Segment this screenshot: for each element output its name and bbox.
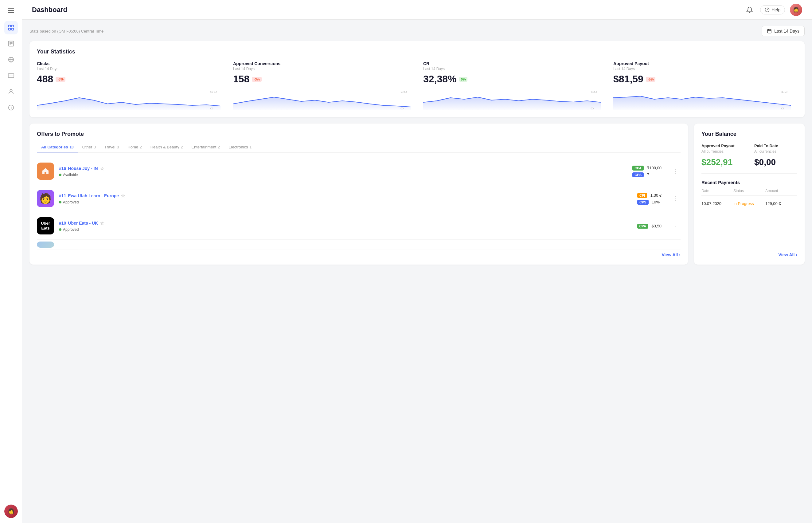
- star-ewa[interactable]: ☆: [121, 193, 125, 199]
- user-avatar[interactable]: 👩: [790, 4, 802, 16]
- sidebar-item-user[interactable]: [4, 85, 18, 98]
- stat-payout-value-row: $81,59 -5%: [613, 73, 791, 85]
- offer-logo-partial: [37, 241, 54, 248]
- bottom-row: Offers to Promote All Categories 10 Othe…: [30, 124, 805, 265]
- offer-status-ewa: Approved: [59, 200, 632, 204]
- sidebar-avatar[interactable]: 👩: [4, 505, 18, 518]
- tab-entertainment[interactable]: Entertainment 2: [187, 142, 224, 152]
- tag-cpa-uber: CPA $3,50: [637, 223, 662, 229]
- stat-clicks: Clicks Last 14 Days 488 -3% 60 0: [37, 61, 227, 110]
- offers-title: Offers to Promote: [37, 131, 681, 137]
- statistics-card: Your Statistics Clicks Last 14 Days 488 …: [30, 41, 805, 118]
- timezone-label: Stats based on (GMT-05:00) Central Time: [30, 29, 103, 34]
- star-uber[interactable]: ☆: [100, 220, 104, 226]
- offers-view-all-button[interactable]: View All ›: [662, 252, 681, 257]
- tag-cpi-ewa: CPI 1,30 €: [637, 192, 662, 198]
- hamburger-menu[interactable]: [5, 5, 17, 16]
- payments-col-status: Status: [733, 189, 765, 193]
- tab-home[interactable]: Home 2: [123, 142, 146, 152]
- stat-clicks-chart: 60 0: [37, 89, 221, 110]
- help-button[interactable]: Help: [760, 5, 785, 15]
- balance-approved-label: Approved Payout: [701, 144, 744, 148]
- svg-text:0: 0: [400, 107, 404, 110]
- offer-house-joy: #16 House Joy - IN ☆ Available CPA ₹100,…: [37, 158, 681, 185]
- chevron-right-icon-balance: ›: [796, 252, 797, 257]
- svg-text:0: 0: [210, 107, 214, 110]
- tab-health-beauty[interactable]: Health & Beauty 2: [146, 142, 187, 152]
- offer-info-house-joy: #16 House Joy - IN ☆ Available: [59, 166, 627, 177]
- balance-paid-label: Paid To Date: [754, 144, 797, 148]
- notifications-button[interactable]: [744, 4, 755, 15]
- balance-approved-payout: Approved Payout All currencies $252,91: [701, 144, 749, 167]
- stat-cr-label: CR: [423, 61, 601, 66]
- offers-card: Offers to Promote All Categories 10 Othe…: [30, 124, 688, 265]
- stats-grid: Clicks Last 14 Days 488 -3% 60 0: [37, 61, 797, 110]
- main-content: Dashboard Help 👩 Stats based on (GMT-05:…: [22, 0, 812, 523]
- stat-cr: CR Last 14 Days 32,38% 0% 60 0: [417, 61, 607, 110]
- chevron-right-icon: ›: [679, 252, 681, 257]
- stat-conversions-chart: 20 0: [233, 89, 411, 110]
- offer-menu-uber[interactable]: ⋮: [670, 221, 681, 231]
- stat-cr-period: Last 14 Days: [423, 67, 601, 71]
- balance-approved-sublabel: All currencies: [701, 149, 744, 154]
- balance-paid-sublabel: All currencies: [754, 149, 797, 154]
- balance-paid-value: $0,00: [754, 157, 797, 167]
- status-dot-uber: [59, 228, 61, 231]
- offer-tags-ewa: CPI 1,30 € CPS 10%: [637, 192, 662, 205]
- sidebar-item-content[interactable]: [4, 37, 18, 50]
- payment-row-1: 10.07.2020 In Progress 129,00 €: [701, 198, 797, 209]
- svg-text:20: 20: [400, 90, 408, 93]
- payments-col-date: Date: [701, 189, 733, 193]
- sidebar: 👩: [0, 0, 22, 523]
- balance-view-all-row: View All ›: [701, 250, 797, 257]
- stat-clicks-label: Clicks: [37, 61, 221, 66]
- date-range-button[interactable]: Last 14 Days: [762, 26, 805, 36]
- stat-cr-value-row: 32,38% 0%: [423, 73, 601, 85]
- offer-logo-house-joy: [37, 163, 54, 180]
- offer-menu-house-joy[interactable]: ⋮: [670, 166, 681, 176]
- balance-title: Your Balance: [701, 131, 797, 137]
- balance-spacer: [701, 209, 797, 250]
- balance-card: Your Balance Approved Payout All currenc…: [694, 124, 805, 265]
- tab-travel[interactable]: Travel 3: [100, 142, 123, 152]
- balance-approved-value: $252,91: [701, 157, 744, 167]
- stat-payout-label: Approved Payout: [613, 61, 791, 66]
- svg-rect-0: [8, 25, 10, 27]
- stat-conversions-period: Last 14 Days: [233, 67, 411, 71]
- status-dot-ewa: [59, 201, 61, 203]
- tab-other[interactable]: Other 3: [78, 142, 100, 152]
- payments-header: Date Status Amount: [701, 189, 797, 196]
- stat-cr-badge: 0%: [459, 77, 468, 82]
- offer-name-uber: #10 Uber Eats - UK ☆: [59, 220, 632, 226]
- offer-ewa: 🧑 #11 Ewa Utah Learn - Europe ☆ Approved: [37, 185, 681, 212]
- star-house-joy[interactable]: ☆: [100, 166, 104, 172]
- offer-partial: [37, 240, 681, 250]
- statistics-title: Your Statistics: [37, 49, 797, 55]
- sidebar-item-globe[interactable]: [4, 53, 18, 66]
- stat-payout-badge: -5%: [646, 77, 656, 82]
- stat-conversions-label: Approved Conversions: [233, 61, 411, 66]
- offer-info-uber: #10 Uber Eats - UK ☆ Approved: [59, 220, 632, 232]
- sidebar-item-history[interactable]: [4, 101, 18, 114]
- status-dot-house-joy: [59, 174, 61, 176]
- tag-cps-house-joy: CPS 7: [632, 172, 649, 177]
- sidebar-item-dashboard[interactable]: [4, 21, 18, 34]
- svg-text:0: 0: [590, 107, 594, 110]
- offer-menu-ewa[interactable]: ⋮: [670, 194, 681, 203]
- stat-clicks-period: Last 14 Days: [37, 67, 221, 71]
- stat-cr-chart: 60 0: [423, 89, 601, 110]
- category-tabs: All Categories 10 Other 3 Travel 3 Home …: [37, 142, 681, 153]
- tag-cps-ewa: CPS 10%: [637, 199, 660, 205]
- sidebar-item-card[interactable]: [4, 69, 18, 82]
- svg-rect-3: [11, 28, 13, 30]
- payment-amount: 129,00 €: [765, 201, 797, 206]
- stat-clicks-value: 488: [37, 73, 53, 85]
- svg-text:12: 12: [781, 90, 788, 93]
- tab-electronics[interactable]: Electronics 1: [224, 142, 256, 152]
- page-title: Dashboard: [32, 6, 744, 14]
- svg-point-13: [10, 89, 12, 92]
- balance-view-all-button[interactable]: View All ›: [778, 252, 797, 257]
- help-label: Help: [772, 7, 780, 12]
- stat-payout-period: Last 14 Days: [613, 67, 791, 71]
- tab-all-categories[interactable]: All Categories 10: [37, 142, 78, 152]
